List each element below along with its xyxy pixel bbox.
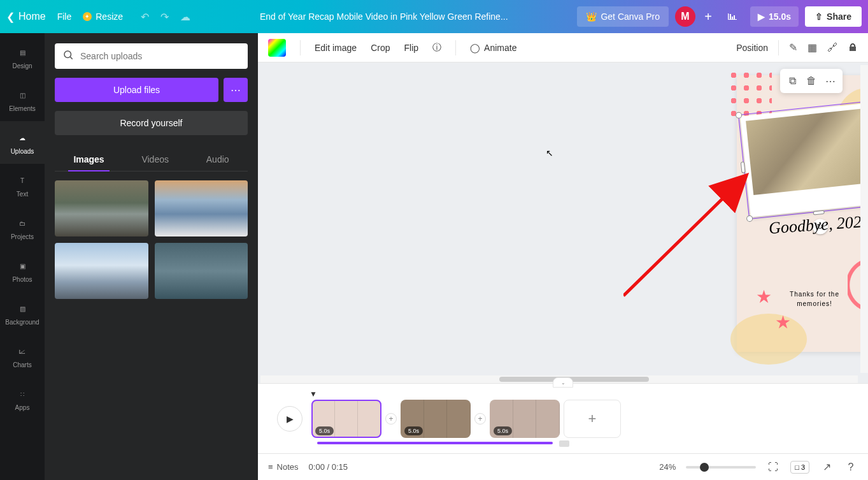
polaroid-image[interactable] xyxy=(746,108,868,195)
nav-label: Elements xyxy=(9,105,36,112)
insights-button[interactable]: 📊︎ xyxy=(721,5,744,28)
document-title[interactable]: End of Year Recap Mobile Video in Pink Y… xyxy=(196,11,572,22)
get-pro-button[interactable]: 👑 Get Canva Pro xyxy=(577,6,669,27)
add-page-button[interactable]: + xyxy=(564,400,621,438)
upload-thumbnail[interactable] xyxy=(55,243,148,299)
play-icon: ▶ xyxy=(758,11,765,22)
clips-row: ▼ 5.0s + 5.0s + 5.0s + xyxy=(311,400,621,438)
more-button[interactable]: ⋯ xyxy=(821,71,840,91)
position-button[interactable]: Position xyxy=(736,43,768,53)
tab-audio[interactable]: Audio xyxy=(201,148,234,171)
resize-handle[interactable] xyxy=(813,210,825,215)
link-button[interactable]: 🔗︎ xyxy=(827,42,837,54)
nav-photos[interactable]: ▣ Photos xyxy=(0,249,45,292)
scrollbar-thumb[interactable] xyxy=(499,377,649,382)
nav-label: Uploads xyxy=(11,148,34,155)
bottom-bar: ≡ Notes 0:00 / 0:15 24% ⛶ □ 3 ↗ xyxy=(258,453,868,480)
file-menu[interactable]: File xyxy=(57,11,72,22)
lock-icon: 🔒︎ xyxy=(848,42,858,53)
add-member-button[interactable]: + xyxy=(702,10,715,23)
page-heading[interactable]: Goodbye, 2022 xyxy=(768,212,868,238)
tab-images[interactable]: Images xyxy=(68,148,109,171)
animate-button[interactable]: ◯ Animate xyxy=(470,43,516,53)
nav-charts[interactable]: 📈︎ Charts xyxy=(0,335,45,377)
page-subtitle[interactable]: Thanks for the memories! xyxy=(737,289,868,309)
add-between-button[interactable]: + xyxy=(385,413,397,425)
nav-uploads[interactable]: ☁ Uploads xyxy=(0,121,45,164)
redo-icon[interactable]: ↷ xyxy=(160,11,169,23)
present-button[interactable]: ▶ 15.0s xyxy=(750,6,799,27)
play-button[interactable]: ▶ xyxy=(277,406,302,432)
resize-handle[interactable] xyxy=(746,215,753,222)
star-icon: ★ xyxy=(775,312,791,333)
transparency-button[interactable]: ▦ xyxy=(808,41,817,54)
page-count: 3 xyxy=(801,463,805,471)
help-button[interactable]: ? xyxy=(844,460,858,474)
upload-thumbnail[interactable] xyxy=(155,180,248,236)
apps-icon: ∷ xyxy=(15,386,30,402)
fit-icon: ⛶ xyxy=(768,462,778,473)
search-icon xyxy=(62,49,74,63)
upload-tabs: Images Videos Audio xyxy=(55,148,248,171)
color-picker-button[interactable] xyxy=(268,39,286,57)
nav-apps[interactable]: ∷ Apps xyxy=(0,377,45,420)
avatar[interactable]: M xyxy=(675,6,695,27)
collapse-timeline-button[interactable]: ⌄ xyxy=(553,377,573,388)
zoom-slider-thumb[interactable] xyxy=(700,463,709,472)
nav-label: Design xyxy=(12,62,32,69)
crown-icon: ✦ xyxy=(83,12,92,21)
info-icon: ⓘ xyxy=(432,42,441,52)
upload-thumbnail[interactable] xyxy=(155,243,248,299)
subtitle-line: Thanks for the xyxy=(790,291,839,298)
search-box[interactable] xyxy=(55,43,248,69)
record-yourself-button[interactable]: Record yourself xyxy=(55,111,248,135)
timeline-track[interactable] xyxy=(317,442,553,444)
canvas-area[interactable]: ★ ★ ↻ Goodbye, 2022 xyxy=(258,62,868,383)
vertical-scrollbar[interactable] xyxy=(860,65,868,373)
audio-track-chip[interactable] xyxy=(559,440,569,447)
upload-files-button[interactable]: Upload files xyxy=(55,78,218,102)
nav-background[interactable]: ▨ Background xyxy=(0,292,45,335)
nav-projects[interactable]: 🗀 Projects xyxy=(0,207,45,249)
tab-videos[interactable]: Videos xyxy=(136,148,174,171)
fit-view-button[interactable]: ⛶ xyxy=(766,460,780,474)
crop-button[interactable]: Crop xyxy=(371,43,390,53)
nav-elements[interactable]: ◫ Elements xyxy=(0,78,45,121)
upload-thumbnail[interactable] xyxy=(55,180,148,236)
selected-element[interactable]: ↻ xyxy=(738,100,868,219)
fullscreen-button[interactable]: ↗ xyxy=(820,460,834,474)
timeline-clip[interactable]: 5.0s xyxy=(401,400,471,438)
nav-label: Apps xyxy=(15,404,30,411)
flip-button[interactable]: Flip xyxy=(404,43,419,53)
info-button[interactable]: ⓘ xyxy=(432,42,441,54)
polaroid-frame[interactable] xyxy=(740,102,868,217)
search-input[interactable] xyxy=(80,51,240,61)
topbar-right: 👑 Get Canva Pro M + 📊︎ ▶ 15.0s ⇧ Share xyxy=(577,5,862,28)
share-button[interactable]: ⇧ Share xyxy=(805,6,862,27)
main-area: ▤ Design ◫ Elements ☁ Uploads T Text 🗀 P… xyxy=(0,33,868,480)
nav-text[interactable]: T Text xyxy=(0,164,45,207)
lock-button[interactable]: 🔒︎ xyxy=(848,42,858,54)
duplicate-icon: ⧉ xyxy=(789,75,796,87)
playhead-marker[interactable]: ▼ xyxy=(309,389,317,398)
nav-label: Text xyxy=(17,191,28,198)
duplicate-button[interactable]: ⧉ xyxy=(783,71,802,91)
add-between-button[interactable]: + xyxy=(474,413,486,425)
topbar-left: ❮ Home File ✦ Resize ↶ ↷ ☁ xyxy=(6,11,190,23)
duration-label: 15.0s xyxy=(769,11,791,22)
undo-icon[interactable]: ↶ xyxy=(141,11,149,23)
zoom-slider[interactable] xyxy=(686,466,756,469)
copy-style-button[interactable]: ✎ xyxy=(789,41,797,54)
nav-design[interactable]: ▤ Design xyxy=(0,36,45,78)
resize-button[interactable]: ✦ Resize xyxy=(83,11,123,22)
page-indicator-button[interactable]: □ 3 xyxy=(790,461,809,474)
notes-button[interactable]: ≡ Notes xyxy=(268,462,299,472)
upload-more-button[interactable]: ⋯ xyxy=(224,78,248,102)
home-button[interactable]: ❮ Home xyxy=(6,11,46,23)
timeline-clip[interactable]: 5.0s xyxy=(490,400,560,438)
canvas-page[interactable]: ★ ★ ↻ Goodbye, 2022 xyxy=(737,75,868,352)
edit-image-button[interactable]: Edit image xyxy=(315,43,357,53)
timeline-clip[interactable]: 5.0s xyxy=(311,400,381,438)
delete-button[interactable]: 🗑︎ xyxy=(802,71,821,91)
cloud-sync-icon[interactable]: ☁ xyxy=(180,11,190,23)
